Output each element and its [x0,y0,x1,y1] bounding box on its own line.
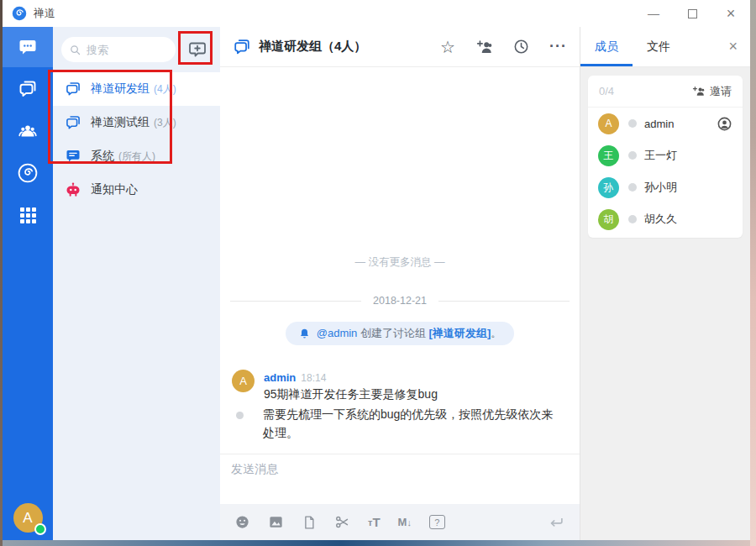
message-author[interactable]: admin [264,371,296,384]
text-format-button[interactable]: тT [368,515,381,529]
window-title: 禅道 [34,6,55,21]
current-user-avatar[interactable]: A [13,503,43,533]
sidebar-item-contacts[interactable] [3,111,53,151]
shortcut-help-button[interactable]: ? [429,515,445,529]
date-divider: 2018-12-21 [220,295,580,307]
apps-grid-icon [20,207,36,223]
group-link[interactable]: [禅道研发组] [429,327,491,339]
tab-files[interactable]: 文件 [633,27,685,66]
favorite-star-button[interactable]: ☆ [440,39,455,55]
avatar: A [598,113,619,134]
sidebar-item-zentao[interactable] [3,153,53,193]
avatar-initial: 王 [604,149,614,163]
member-row[interactable]: A admin [588,108,743,139]
contacts-icon [18,121,38,141]
zentao-swirl-icon [17,162,39,184]
message-input[interactable] [231,462,569,496]
add-person-icon [475,38,493,56]
chat-item-label: 通知中心 [91,182,138,197]
close-button[interactable]: × [711,0,750,27]
markdown-arrow-glyph: ↓ [407,517,412,528]
chat-item-meta: (4人) [154,82,176,97]
new-chat-bubble-plus-icon [187,39,207,60]
desktop: 禅道 — × [0,0,756,546]
member-name: admin [644,118,674,130]
chat-item-meta: (所有人) [118,150,155,164]
date-label: 2018-12-21 [373,295,427,307]
group-chat-icon [233,38,251,56]
chat-item-meta: (3人) [154,116,176,130]
screenshot-button[interactable] [334,514,350,530]
member-status-dot [628,215,637,223]
image-button[interactable] [268,514,284,530]
member-row[interactable]: 王 王一灯 [588,139,743,171]
notice-body: 创建了讨论组 [360,327,426,339]
panel-tabs: 成员 文件 × [580,27,750,67]
chat-dots-icon [18,37,38,57]
invite-button[interactable]: 邀请 [691,84,732,99]
invite-label: 邀请 [710,84,732,99]
file-button[interactable] [302,515,317,530]
member-name: 孙小明 [644,180,677,195]
file-icon [302,515,317,530]
avatar: 王 [598,145,619,166]
avatar[interactable]: A [232,370,255,392]
avatar-initial: 孙 [604,181,614,195]
members-content: 0/4 邀请 [580,67,750,540]
online-count: 0/4 [599,85,614,97]
sidebar-item-apps[interactable] [3,195,53,235]
emoji-button[interactable] [234,514,250,530]
message-list[interactable]: — 没有更多消息 — 2018-12-21 @admin 创建了讨论组 [禅 [220,67,580,454]
maximize-icon [688,9,697,18]
mention-link[interactable]: @admin [317,327,358,339]
member-card-header: 0/4 邀请 [588,76,743,108]
avatar-initial: 胡 [604,213,614,227]
members-panel: 成员 文件 × 0/4 [580,27,750,540]
search-icon [69,44,81,56]
send-button[interactable] [547,513,565,532]
return-arrow-icon [547,513,565,532]
avatar: 孙 [598,177,619,198]
image-icon [268,514,284,530]
minimize-button[interactable]: — [634,0,673,27]
more-options-button[interactable]: ··· [549,38,567,55]
group-chat-icon [65,114,81,131]
zentao-logo-icon [12,6,27,21]
new-chat-button[interactable] [183,35,212,64]
markdown-button[interactable]: M↓ [398,516,412,528]
emoji-icon [234,514,250,530]
message-time: 18:14 [301,372,326,384]
search-box[interactable] [61,37,176,62]
group-chat-icon [65,81,81,97]
group-chat-icon [18,79,38,99]
member-status-dot [628,183,637,192]
chat-list-toolbar [53,27,220,72]
chat-list-item-dev-group[interactable]: 禅道研发组 (4人) [53,72,220,106]
online-status-dot [34,523,46,535]
member-status-dot [628,151,637,160]
bell-icon [298,328,311,340]
window-controls: — × [634,0,750,27]
tab-members[interactable]: 成员 [580,27,633,66]
search-input[interactable] [87,44,175,56]
divider-line [438,301,570,302]
add-person-icon [691,84,706,98]
chat-list-item-system[interactable]: 系统 (所有人) [53,139,220,173]
chat-list-panel: 禅道研发组 (4人) 禅道测试组 (3人) 系统 [53,27,220,540]
member-row[interactable]: 胡 胡久久 [588,203,743,235]
chat-list-item-notifications[interactable]: 通知中心 [53,173,220,207]
no-more-messages-label: — 没有更多消息 — [220,255,580,270]
member-name: 胡久久 [644,212,677,227]
maximize-button[interactable] [673,0,711,27]
member-row[interactable]: 孙 孙小明 [588,171,743,203]
history-clock-icon [512,38,530,55]
message-item: A admin18:14 95期禅道开发任务主要是修复bug [232,370,570,402]
message-content: admin18:14 95期禅道开发任务主要是修复bug [264,370,438,402]
add-member-button[interactable] [475,38,493,56]
history-button[interactable] [512,38,530,55]
sidebar-item-recent-chats[interactable] [3,27,53,67]
sidebar-item-group-chats[interactable] [3,69,53,109]
panel-close-button[interactable]: × [716,27,750,66]
chat-list-item-test-group[interactable]: 禅道测试组 (3人) [53,106,220,139]
chat-header-actions: ☆ [440,38,567,56]
